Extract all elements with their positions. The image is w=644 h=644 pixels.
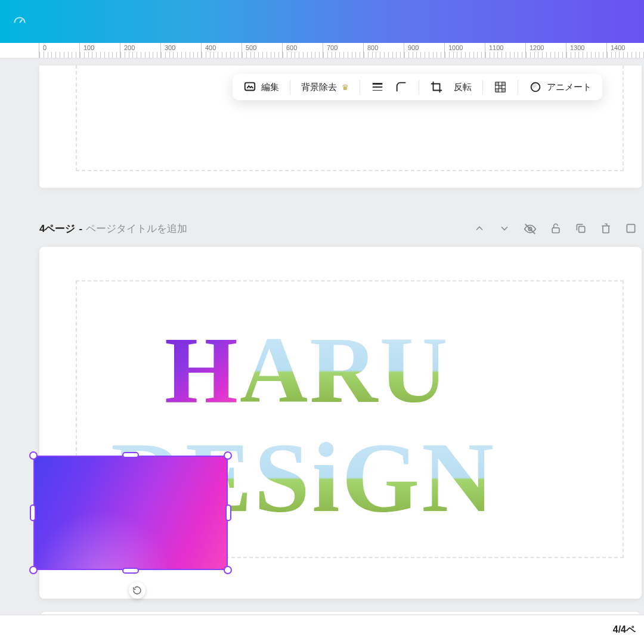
animate-label: アニメート	[547, 82, 592, 93]
ruler-tick: 300	[160, 43, 201, 58]
edit-image-button[interactable]: 編集	[243, 80, 279, 94]
svg-rect-5	[496, 82, 499, 86]
background-remove-button[interactable]: 背景除去 ♛	[301, 82, 349, 93]
gauge-icon[interactable]	[12, 14, 27, 29]
svg-rect-16	[627, 224, 634, 232]
selection-outline	[33, 456, 228, 570]
svg-rect-8	[496, 89, 499, 92]
resize-handle-bottom[interactable]	[122, 568, 139, 574]
ruler-tick: 400	[201, 43, 242, 58]
svg-rect-7	[502, 82, 506, 86]
trash-icon[interactable]	[600, 222, 612, 234]
resize-handle-right[interactable]	[225, 504, 231, 521]
svg-rect-9	[502, 89, 506, 92]
page-actions	[473, 222, 644, 236]
ruler-tick: 200	[120, 43, 160, 58]
ruler-tick: 0	[39, 43, 79, 58]
ruler-tick: 100	[79, 43, 120, 58]
rotate-handle[interactable]	[129, 582, 145, 599]
ruler-tick: 700	[323, 43, 363, 58]
flip-button[interactable]: 反転	[454, 82, 472, 93]
ruler-tick: 1200	[525, 43, 566, 58]
svg-rect-6	[499, 85, 502, 89]
lock-open-icon[interactable]	[550, 222, 562, 234]
svg-rect-14	[552, 228, 559, 233]
flip-label: 反転	[454, 82, 472, 93]
crown-icon: ♛	[342, 83, 349, 92]
chevron-down-icon[interactable]	[499, 222, 510, 234]
add-page-title-button[interactable]: ページタイトルを追加	[86, 222, 187, 236]
resize-handle-top-left[interactable]	[29, 451, 38, 460]
status-footer: 4/4ペ	[0, 614, 644, 644]
crop-button[interactable]	[430, 80, 443, 94]
ruler-tick: 1300	[566, 43, 606, 58]
ruler-tick: 600	[282, 43, 323, 58]
svg-point-11	[531, 83, 537, 88]
ruler-tick: 800	[363, 43, 404, 58]
resize-handle-top-right[interactable]	[224, 451, 232, 460]
chevron-up-icon[interactable]	[473, 222, 485, 234]
rotate-icon	[132, 586, 142, 595]
expand-icon[interactable]	[625, 222, 637, 234]
page-counter: 4/4ペ	[613, 624, 636, 636]
selected-element-frame[interactable]	[33, 456, 228, 570]
top-app-bar	[0, 0, 644, 43]
ruler-tick: 900	[404, 43, 444, 58]
page-number-label: 4ページ	[39, 222, 75, 236]
design-text-h-gradient-overlay[interactable]: H	[165, 316, 238, 425]
edit-image-label: 編集	[261, 82, 279, 93]
page-header-row: 4ページ - ページタイトルを追加	[39, 222, 644, 236]
ruler-tick: 1100	[485, 43, 525, 58]
svg-rect-15	[579, 226, 585, 232]
resize-handle-top[interactable]	[122, 452, 139, 458]
animate-button[interactable]: アニメート	[529, 80, 592, 94]
ruler-tick: 1000	[444, 43, 485, 58]
page-sep: -	[79, 223, 82, 235]
corner-radius-button[interactable]	[395, 80, 408, 94]
border-weight-button[interactable]	[371, 80, 384, 94]
duplicate-icon[interactable]	[575, 222, 587, 234]
background-remove-label: 背景除去	[301, 82, 337, 93]
resize-handle-bottom-right[interactable]	[224, 566, 232, 574]
horizontal-ruler: 0 100 200 300 400 500 600 700 800 900 10…	[0, 43, 644, 58]
resize-handle-bottom-left[interactable]	[29, 566, 38, 574]
transparency-button[interactable]	[494, 80, 507, 94]
ruler-tick: 500	[242, 43, 282, 58]
ruler-tick: 1400	[606, 43, 644, 58]
visibility-off-icon[interactable]	[524, 222, 537, 236]
contextual-toolbar: 編集 背景除去 ♛ 反転 アニメート	[233, 74, 602, 100]
resize-handle-left[interactable]	[30, 504, 36, 521]
editor-workspace: 0 100 200 300 400 500 600 700 800 900 10…	[0, 43, 644, 644]
